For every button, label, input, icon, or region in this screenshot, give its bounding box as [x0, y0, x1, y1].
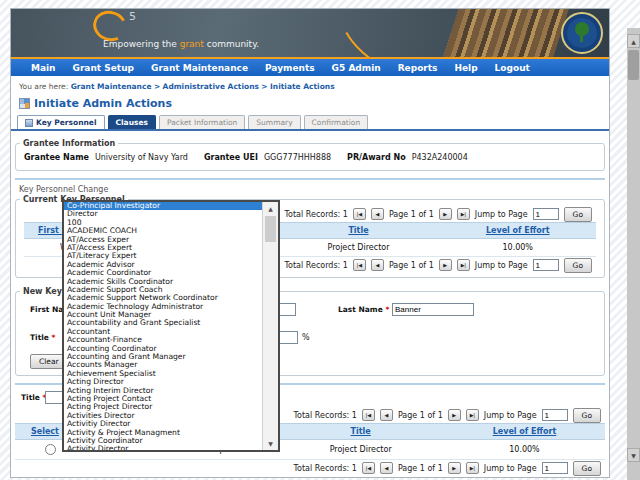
page: 5 Empowering the grant community. MainGr… [0, 0, 640, 480]
title-select-dropdown: Co-Principal InvestigatorDirector100ACAD… [62, 200, 280, 452]
tab-summary[interactable]: Summary [248, 115, 300, 129]
next-page-button[interactable]: ▶ [448, 409, 461, 421]
banner: 5 Empowering the grant community. [11, 9, 609, 59]
nav-item[interactable]: Grant Setup [73, 63, 134, 73]
first-page-button[interactable]: |◀ [353, 208, 366, 220]
title-filter-label: Title * [21, 393, 47, 402]
nav-item[interactable]: Reports [398, 63, 438, 73]
next-page-button[interactable]: ▶ [439, 208, 452, 220]
tab-clauses[interactable]: Clauses [108, 115, 157, 129]
first-page-button[interactable]: |◀ [353, 259, 366, 271]
page-indicator: Page 1 of 1 [389, 210, 434, 219]
jump-to-page-label: Jump to Page [484, 411, 537, 420]
scrollbar-thumb[interactable] [265, 216, 276, 242]
page-indicator: Page 1 of 1 [398, 464, 443, 473]
page-indicator: Page 1 of 1 [398, 411, 443, 420]
nav-item[interactable]: Help [454, 63, 477, 73]
breadcrumb-link-administrative-actions[interactable]: Administrative Actions [163, 82, 259, 91]
section-divider [15, 178, 605, 180]
key-personnel-change-label: Key Personnel Change [19, 185, 609, 194]
total-records-label: Total Records: 1 [294, 411, 357, 420]
nav-item[interactable]: Main [31, 63, 56, 73]
tab-bar: Key Personnel Clauses Packet Information… [11, 112, 609, 131]
dropdown-options: Co-Principal InvestigatorDirector100ACAD… [64, 202, 263, 450]
dropdown-option[interactable]: Director [64, 210, 263, 218]
col-title[interactable]: Title [351, 427, 371, 436]
cell-title: Project Director [277, 440, 444, 460]
cell-level-of-effort: 10.00% [439, 239, 596, 257]
prev-page-button[interactable]: ◀ [371, 259, 384, 271]
pr-award-no-label: PR/Award No [347, 153, 406, 162]
pr-award-no-value: P432A240004 [412, 153, 468, 162]
pagination-bottom: Total Records: 1 |◀ ◀ Page 1 of 1 ▶ ▶| J… [11, 460, 609, 476]
window-scrollbar[interactable]: ▲ ▼ [627, 28, 640, 480]
jump-to-page-input[interactable] [533, 259, 559, 271]
go-button[interactable]: Go [573, 461, 601, 476]
tab-icon [25, 119, 33, 127]
tab-confirmation[interactable]: Confirmation [304, 115, 369, 129]
last-page-button[interactable]: ▶| [457, 208, 470, 220]
total-records-label: Total Records: 1 [285, 261, 348, 270]
jump-to-page-input[interactable] [542, 462, 568, 474]
breadcrumb-prefix: You are here: [19, 82, 68, 91]
page-title: Initiate Admin Actions [34, 97, 172, 110]
jump-to-page-label: Jump to Page [484, 464, 537, 473]
prev-page-button[interactable]: ◀ [380, 462, 393, 474]
page-indicator: Page 1 of 1 [389, 261, 434, 270]
grantee-information-legend: Grantee Information [20, 139, 118, 148]
jump-to-page-input[interactable] [533, 208, 559, 220]
select-radio[interactable] [45, 444, 56, 455]
col-select[interactable]: Select [31, 427, 59, 436]
scroll-up-icon[interactable]: ▲ [627, 34, 640, 48]
nav-item[interactable]: G5 Admin [332, 63, 381, 73]
col-level-of-effort[interactable]: Level of Effort [486, 226, 550, 235]
jump-to-page-input[interactable] [542, 409, 568, 421]
last-page-button[interactable]: ▶| [466, 409, 479, 421]
tab-key-personnel[interactable]: Key Personnel [17, 115, 105, 129]
total-records-label: Total Records: 1 [294, 464, 357, 473]
nav-item[interactable]: Payments [265, 63, 315, 73]
last-page-button[interactable]: ▶| [466, 462, 479, 474]
prev-page-button[interactable]: ◀ [371, 208, 384, 220]
grantee-uei-label: Grantee UEI [204, 153, 258, 162]
breadcrumb-link-grant-maintenance[interactable]: Grant Maintenance [71, 82, 152, 91]
next-page-button[interactable]: ▶ [439, 259, 452, 271]
go-button[interactable]: Go [573, 408, 601, 423]
main-navbar: MainGrant SetupGrant MaintenancePayments… [11, 59, 609, 76]
percent-suffix: % [302, 333, 310, 342]
nav-item[interactable]: Logout [495, 63, 530, 73]
scroll-down-icon[interactable]: ▼ [263, 437, 278, 450]
tab-packet-information[interactable]: Packet Information [159, 115, 245, 129]
first-page-button[interactable]: |◀ [362, 409, 375, 421]
g5-logo-number: 5 [129, 10, 136, 23]
col-title[interactable]: Title [348, 226, 368, 235]
grantee-information-fieldset: Grantee Information Grantee Name Univers… [15, 139, 605, 171]
title-label: Title * [30, 333, 56, 342]
last-page-button[interactable]: ▶| [457, 259, 470, 271]
cell-title: Project Director [278, 239, 440, 257]
breadcrumb-link-initiate-actions[interactable]: Initiate Actions [270, 82, 335, 91]
col-level-of-effort[interactable]: Level of Effort [493, 427, 557, 436]
page-title-icon [19, 98, 30, 109]
nav-item[interactable]: Grant Maintenance [151, 63, 248, 73]
dropdown-option[interactable]: Activity Director [64, 445, 263, 450]
go-button[interactable]: Go [564, 207, 592, 222]
dropdown-scrollbar[interactable]: ▲ ▼ [262, 202, 278, 450]
total-records-label: Total Records: 1 [285, 210, 348, 219]
scrollbar-thumb[interactable] [628, 50, 639, 80]
grantee-name-value: University of Navy Yard [95, 153, 188, 162]
jump-to-page-label: Jump to Page [475, 210, 528, 219]
scroll-down-icon[interactable]: ▼ [627, 448, 640, 462]
first-page-button[interactable]: |◀ [362, 462, 375, 474]
tagline: Empowering the grant community. [103, 39, 259, 49]
last-name-label: Last Name * [338, 305, 389, 314]
next-page-button[interactable]: ▶ [448, 462, 461, 474]
prev-page-button[interactable]: ◀ [380, 409, 393, 421]
breadcrumb: You are here: Grant Maintenance > Admini… [19, 82, 609, 91]
go-button[interactable]: Go [564, 258, 592, 273]
last-name-input[interactable] [392, 303, 474, 316]
scroll-up-icon[interactable]: ▲ [263, 202, 278, 215]
cell-level-of-effort: 10.00% [444, 440, 605, 460]
department-of-education-seal [561, 12, 603, 54]
grantee-name-label: Grantee Name [24, 153, 89, 162]
